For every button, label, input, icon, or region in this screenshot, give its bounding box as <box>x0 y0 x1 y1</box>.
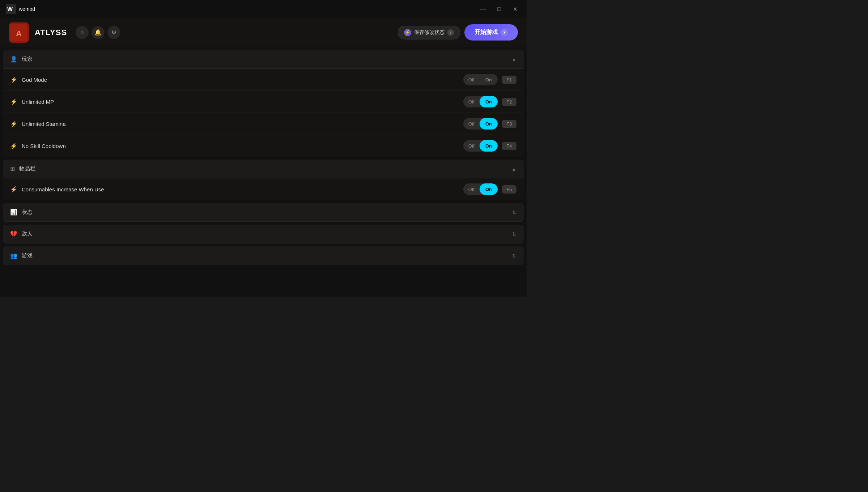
section-title-inventory: 物品栏 <box>19 165 35 172</box>
cheat-toggle[interactable]: OffOn <box>463 74 498 85</box>
cheat-lightning-icon: ⚡ <box>10 186 17 193</box>
toggle-group: OffOnF3 <box>463 118 516 130</box>
hotkey-badge: F2 <box>502 98 516 106</box>
section-title-player: 玩家 <box>22 56 33 63</box>
content-area: 👤玩家▲⚡God ModeOffOnF1⚡Unlimited MPOffOnF2… <box>0 47 527 297</box>
toggle-on-button[interactable]: On <box>480 96 498 107</box>
table-row: ⚡No Skill CooldownOffOnF4 <box>3 135 524 157</box>
info-icon[interactable]: i <box>447 29 454 36</box>
section-title-game: 游戏 <box>22 252 33 259</box>
close-button[interactable]: ✕ <box>509 3 521 15</box>
start-game-label: 开始游戏 <box>475 29 498 36</box>
toggle-on-button[interactable]: On <box>480 118 498 130</box>
favorite-button[interactable]: ☆ <box>76 26 89 39</box>
hotkey-badge: F3 <box>502 120 516 128</box>
cheat-name-label: Unlimited Stamina <box>22 121 463 127</box>
section-icon-status: 📊 <box>10 209 17 216</box>
maximize-button[interactable]: □ <box>493 3 505 15</box>
toggle-on-button[interactable]: On <box>480 140 498 152</box>
toggle-group: OffOnF1 <box>463 74 516 85</box>
section-chevron-game: ⇅ <box>512 253 516 259</box>
section-header-game[interactable]: 👥游戏⇅ <box>3 246 524 265</box>
toggle-on-button[interactable]: On <box>480 183 498 195</box>
section-icon-inventory: ⊞ <box>10 165 15 172</box>
app-header: A ATLYSS ☆ 🔔 ⚙ ⚡ 保存修改状态 i 开始游戏 ▾ <box>0 18 527 47</box>
section-icon-player: 👤 <box>10 56 17 63</box>
toggle-group: OffOnF2 <box>463 96 516 107</box>
cheat-name-label: Consumables Increase When Use <box>22 186 463 192</box>
section-chevron-status: ⇅ <box>512 209 516 215</box>
app-title: wemod <box>19 6 35 12</box>
section-status: 📊状态⇅ <box>3 203 524 222</box>
cheat-name-label: God Mode <box>22 77 463 83</box>
save-status-button[interactable]: ⚡ 保存修改状态 i <box>398 26 460 39</box>
hotkey-badge: F4 <box>502 142 516 150</box>
notifications-button[interactable]: 🔔 <box>92 26 105 39</box>
cheat-name-label: Unlimited MP <box>22 99 463 105</box>
cheat-lightning-icon: ⚡ <box>10 120 17 127</box>
section-title-status: 状态 <box>22 209 33 216</box>
svg-text:A: A <box>16 29 22 38</box>
start-game-button[interactable]: 开始游戏 ▾ <box>464 24 518 41</box>
table-row: ⚡Unlimited StaminaOffOnF3 <box>3 113 524 135</box>
minimize-button[interactable]: — <box>477 3 489 15</box>
cheat-lightning-icon: ⚡ <box>10 143 17 149</box>
game-icon: A <box>9 22 29 43</box>
dropdown-arrow-icon: ▾ <box>501 29 508 36</box>
save-status-icon: ⚡ <box>404 29 411 36</box>
toggle-off-button[interactable]: Off <box>463 74 480 85</box>
section-header-player[interactable]: 👤玩家▲ <box>3 50 524 69</box>
section-chevron-inventory: ▲ <box>511 166 516 172</box>
cheat-toggle[interactable]: OffOn <box>463 140 498 152</box>
header-right: ⚡ 保存修改状态 i 开始游戏 ▾ <box>398 24 518 41</box>
toggle-group: OffOnF5 <box>463 183 516 195</box>
section-header-status[interactable]: 📊状态⇅ <box>3 203 524 222</box>
header-icon-group: ☆ 🔔 ⚙ <box>76 26 120 39</box>
toggle-on-button[interactable]: On <box>480 74 498 85</box>
section-enemy: 💔敌人⇅ <box>3 225 524 243</box>
game-title: ATLYSS <box>35 28 67 37</box>
header-left: A ATLYSS ☆ 🔔 ⚙ <box>9 22 120 43</box>
wemod-logo-icon: W <box>6 4 16 14</box>
section-chevron-player: ▲ <box>511 56 516 62</box>
titlebar-left: W wemod <box>6 4 35 14</box>
section-inventory: ⊞物品栏▲⚡Consumables Increase When UseOffOn… <box>3 160 524 200</box>
cheat-toggle[interactable]: OffOn <box>463 118 498 130</box>
toggle-off-button[interactable]: Off <box>463 183 480 195</box>
toggle-off-button[interactable]: Off <box>463 140 480 152</box>
section-player: 👤玩家▲⚡God ModeOffOnF1⚡Unlimited MPOffOnF2… <box>3 50 524 157</box>
cheat-toggle[interactable]: OffOn <box>463 183 498 195</box>
section-game: 👥游戏⇅ <box>3 246 524 265</box>
section-icon-enemy: 💔 <box>10 230 17 237</box>
cheat-name-label: No Skill Cooldown <box>22 143 463 149</box>
cheat-toggle[interactable]: OffOn <box>463 96 498 107</box>
titlebar: W wemod — □ ✕ <box>0 0 527 18</box>
section-chevron-enemy: ⇅ <box>512 231 516 237</box>
save-status-label: 保存修改状态 <box>414 29 444 36</box>
section-title-enemy: 敌人 <box>22 230 33 237</box>
cheat-lightning-icon: ⚡ <box>10 98 17 105</box>
cheat-lightning-icon: ⚡ <box>10 76 17 83</box>
table-row: ⚡Unlimited MPOffOnF2 <box>3 91 524 113</box>
svg-text:W: W <box>7 6 13 12</box>
hotkey-badge: F5 <box>502 185 516 194</box>
section-header-enemy[interactable]: 💔敌人⇅ <box>3 225 524 243</box>
section-header-inventory[interactable]: ⊞物品栏▲ <box>3 160 524 178</box>
toggle-off-button[interactable]: Off <box>463 118 480 130</box>
table-row: ⚡Consumables Increase When UseOffOnF5 <box>3 178 524 200</box>
settings-button[interactable]: ⚙ <box>107 26 120 39</box>
toggle-off-button[interactable]: Off <box>463 96 480 107</box>
window-controls: — □ ✕ <box>477 3 521 15</box>
toggle-group: OffOnF4 <box>463 140 516 152</box>
table-row: ⚡God ModeOffOnF1 <box>3 69 524 91</box>
hotkey-badge: F1 <box>502 76 516 84</box>
section-icon-game: 👥 <box>10 252 17 259</box>
